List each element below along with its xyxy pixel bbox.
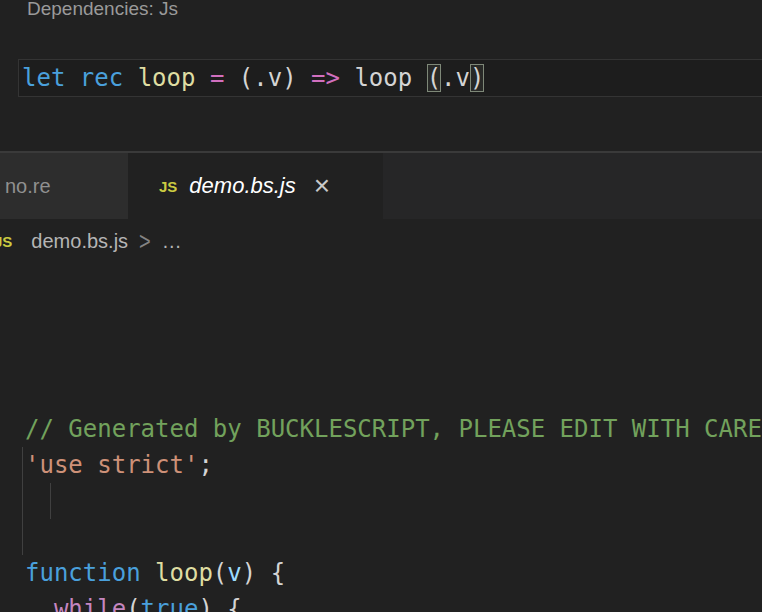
code-token: .v [441,64,470,92]
code-line: while(true) { [25,591,762,612]
code-token [141,559,155,587]
code-token [123,64,137,92]
code-token: 'use strict' [25,451,198,479]
code-token: loop [340,64,427,92]
hover-code-box: let rec loop = (.v) => loop (.v) [18,59,762,97]
code-line: // Generated by BUCKLESCRIPT, PLEASE EDI… [25,411,762,447]
code-token: ; [198,451,212,479]
dependencies-label: Dependencies: Js [27,0,178,22]
breadcrumb-symbol-ellipsis[interactable]: … [162,230,183,253]
breadcrumb-file[interactable]: demo.bs.js [31,230,128,253]
code-token: loop [138,64,196,92]
code-token: ( [126,595,140,612]
code-token: loop [155,559,213,587]
hover-code-line: let rec loop = (.v) => loop (.v) [22,60,484,96]
code-token: true [141,595,199,612]
code-token: let [22,64,65,92]
code-token: (.v) [224,64,311,92]
code-editor[interactable]: // Generated by BUCKLESCRIPT, PLEASE EDI… [0,263,762,612]
code-token: rec [80,64,123,92]
breadcrumb: JS demo.bs.js > … [0,219,762,263]
code-line: 'use strict'; [25,447,762,483]
code-line: function loop(v) { [25,555,762,591]
close-tab-icon[interactable]: × [314,176,330,196]
code-token: function [25,559,141,587]
code-line [25,483,762,519]
code-token: v [227,559,241,587]
code-token: ) { [198,595,241,612]
code-token: ( [427,64,441,92]
tab-demo-re[interactable]: no.re [0,153,128,219]
indent-guide [22,447,23,555]
code-token: => [311,64,340,92]
code-token [25,595,54,612]
tab-demo-bs-js[interactable]: JS demo.bs.js × [128,153,383,219]
tab-label: no.re [5,175,51,198]
code-token: ) [470,64,484,92]
code-token: ) { [242,559,285,587]
code-token [195,64,209,92]
indent-guide [50,483,51,519]
javascript-file-icon: JS [0,233,12,250]
tab-strip: no.re JS demo.bs.js × [0,151,762,219]
code-token: ( [213,559,227,587]
tab-label: demo.bs.js [189,173,295,199]
code-lines: // Generated by BUCKLESCRIPT, PLEASE EDI… [25,411,762,612]
chevron-right-icon: > [139,227,151,256]
code-line [25,519,762,555]
code-token: = [210,64,224,92]
code-token: while [54,595,126,612]
code-token [65,64,79,92]
javascript-file-icon: JS [159,178,177,195]
code-token: // Generated by BUCKLESCRIPT, PLEASE EDI… [25,415,762,443]
